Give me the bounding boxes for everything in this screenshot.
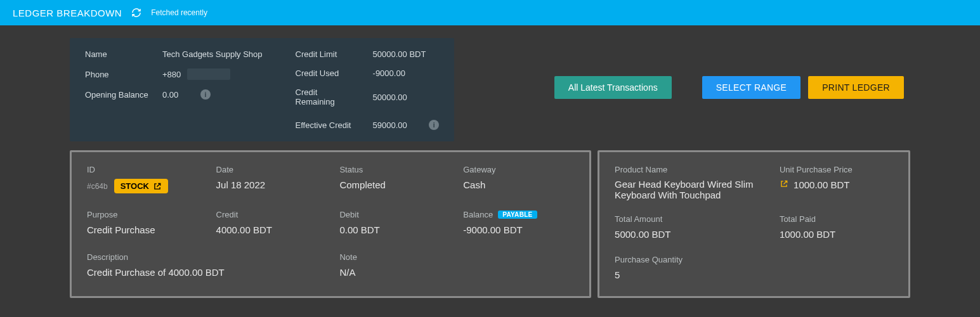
description-label: Description <box>87 252 327 262</box>
credit-used-value: -9000.00 <box>373 68 405 78</box>
stock-badge[interactable]: STOCK <box>114 179 168 193</box>
status-label: Status <box>339 165 450 174</box>
effective-credit-label: Effective Credit <box>296 120 359 130</box>
payable-badge: PAYABLE <box>498 210 537 219</box>
product-name-value: Gear Head Keyboard Wired Slim Keyboard W… <box>615 179 768 200</box>
topbar: LEDGER BREAKDOWN Fetched recently <box>0 0 980 25</box>
external-link-icon[interactable] <box>780 179 788 188</box>
debit-label: Debit <box>339 210 450 219</box>
credit-limit-value: 50000.00 BDT <box>373 49 426 59</box>
print-ledger-button[interactable]: PRINT LEDGER <box>808 76 904 99</box>
transaction-card: ID #c64b STOCK Date Jul 18 2022 Status C… <box>70 150 591 298</box>
note-value: N/A <box>339 266 574 279</box>
refresh-icon[interactable] <box>131 7 142 18</box>
phone-value: +880 <box>162 68 230 80</box>
purchase-qty-label: Purchase Quantity <box>615 255 768 264</box>
status-value: Completed <box>339 179 450 191</box>
phone-label: Phone <box>85 70 148 79</box>
purpose-value: Credit Purchase <box>87 224 204 236</box>
credit-used-label: Credit Used <box>296 68 359 78</box>
credit-value: 4000.00 BDT <box>216 224 327 236</box>
info-icon[interactable]: i <box>429 120 439 130</box>
credit-remaining-label: Credit Remaining <box>296 87 359 107</box>
purchase-qty-value: 5 <box>615 269 768 281</box>
total-paid-label: Total Paid <box>780 214 893 224</box>
credit-label: Credit <box>216 210 327 219</box>
unit-price-value: 1000.00 BDT <box>780 179 893 191</box>
phone-redacted <box>187 68 230 80</box>
date-value: Jul 18 2022 <box>216 179 327 191</box>
account-info-card: Name Tech Gadgets Supply Shop Phone +880… <box>70 38 454 141</box>
opening-balance-label: Opening Balance <box>85 90 148 100</box>
date-label: Date <box>216 165 327 174</box>
select-range-button[interactable]: SELECT RANGE <box>702 76 801 99</box>
gateway-label: Gateway <box>463 165 574 174</box>
total-paid-value: 1000.00 BDT <box>780 228 893 241</box>
effective-credit-value: 59000.00 i <box>373 120 440 130</box>
balance-label: BalancePAYABLE <box>463 210 574 219</box>
page-title: LEDGER BREAKDOWN <box>13 8 122 18</box>
opening-balance-value: 0.00 i <box>162 89 211 100</box>
balance-value: -9000.00 BDT <box>463 224 574 236</box>
product-name-label: Product Name <box>615 165 768 174</box>
fetched-status: Fetched recently <box>151 8 207 17</box>
name-label: Name <box>85 49 148 59</box>
info-icon[interactable]: i <box>200 89 211 100</box>
name-value: Tech Gadgets Supply Shop <box>162 49 263 59</box>
product-card: Product Name Gear Head Keyboard Wired Sl… <box>598 150 910 298</box>
total-amount-value: 5000.00 BDT <box>615 228 768 241</box>
all-latest-transactions-button[interactable]: All Latest Transactions <box>554 76 672 99</box>
credit-limit-label: Credit Limit <box>296 49 359 59</box>
debit-value: 0.00 BDT <box>339 224 450 236</box>
id-label: ID <box>87 165 204 174</box>
credit-remaining-value: 50000.00 <box>373 93 407 102</box>
note-label: Note <box>339 252 574 262</box>
total-amount-label: Total Amount <box>615 214 768 224</box>
purpose-label: Purpose <box>87 210 204 219</box>
id-value: #c64b <box>87 182 108 191</box>
description-value: Credit Purchase of 4000.00 BDT <box>87 266 327 279</box>
gateway-value: Cash <box>463 179 574 191</box>
unit-price-label: Unit Purchase Price <box>780 165 893 174</box>
